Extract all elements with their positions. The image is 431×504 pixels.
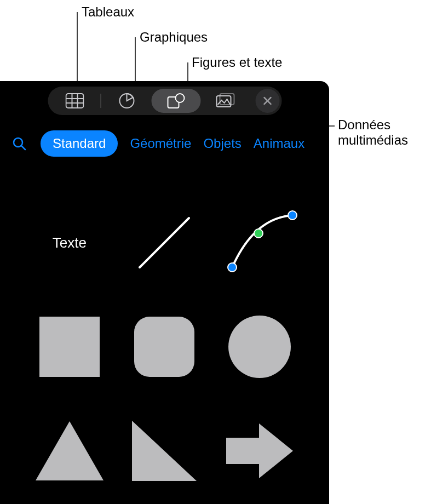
svg-point-20 — [254, 229, 263, 238]
callout-shapes-text: Figures et texte — [192, 55, 282, 70]
right-triangle-icon — [132, 421, 197, 481]
category-animals[interactable]: Animaux — [254, 136, 304, 151]
category-row: Standard Géométrie Objets Animaux — [0, 128, 329, 159]
arrow-right-icon — [226, 423, 293, 478]
toolbar-divider — [100, 94, 101, 108]
shape-circle[interactable] — [219, 306, 301, 388]
svg-point-19 — [288, 211, 297, 220]
insert-panel: Standard Géométrie Objets Animaux Texte — [0, 81, 329, 504]
svg-rect-3 — [66, 94, 83, 108]
square-icon — [39, 317, 100, 377]
triangle-icon — [36, 421, 104, 480]
svg-point-10 — [175, 94, 184, 102]
shape-right-triangle[interactable] — [123, 410, 205, 492]
shape-square[interactable] — [28, 306, 111, 388]
search-icon — [12, 136, 27, 151]
shape-rounded-square[interactable] — [123, 306, 205, 388]
curve-icon — [221, 207, 298, 278]
tables-button[interactable] — [50, 89, 99, 113]
piechart-icon — [118, 93, 135, 109]
charts-button[interactable] — [102, 89, 151, 113]
circle-icon — [228, 316, 291, 378]
line-icon — [131, 210, 197, 276]
shape-curve[interactable] — [219, 202, 301, 284]
shapes-grid: Texte — [0, 180, 329, 503]
shape-text-label: Texte — [53, 234, 87, 251]
category-standard[interactable]: Standard — [41, 130, 118, 157]
svg-line-16 — [21, 146, 25, 150]
shape-arrow-right[interactable] — [219, 410, 301, 492]
shapes-text-button[interactable] — [151, 89, 200, 113]
insert-toolbar — [48, 87, 281, 115]
svg-line-17 — [140, 218, 189, 267]
media-button[interactable] — [200, 89, 250, 113]
shape-triangle[interactable] — [28, 410, 111, 492]
close-button[interactable] — [255, 89, 279, 113]
category-objects[interactable]: Objets — [203, 136, 241, 151]
callout-media: Données multimédias — [338, 117, 408, 148]
shape-line[interactable] — [123, 202, 205, 284]
image-icon — [215, 93, 235, 109]
search-button[interactable] — [10, 134, 28, 153]
shapes-icon — [166, 93, 185, 109]
callout-tables: Tableaux — [82, 4, 134, 20]
svg-point-18 — [228, 263, 237, 272]
rounded-square-icon — [134, 317, 194, 377]
shape-text[interactable]: Texte — [28, 202, 111, 284]
category-geometry[interactable]: Géométrie — [130, 136, 191, 151]
close-icon — [262, 96, 272, 106]
callout-charts: Graphiques — [140, 30, 208, 45]
table-icon — [65, 93, 84, 108]
